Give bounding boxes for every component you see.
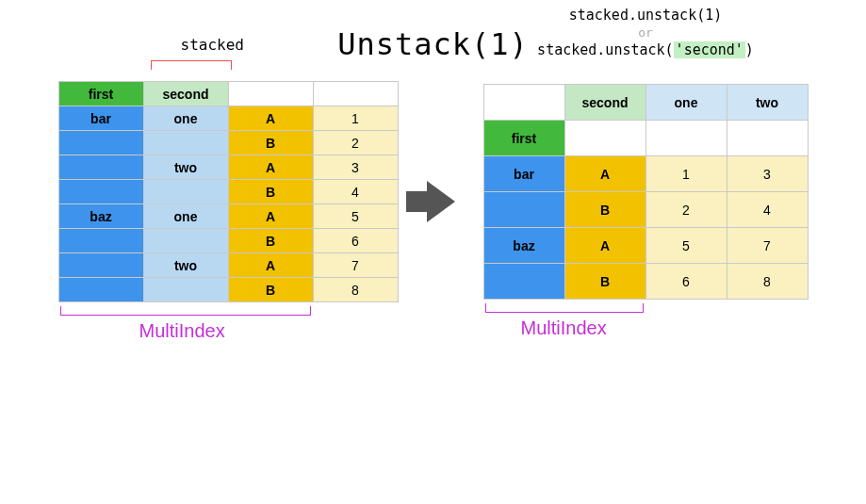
table-row: B 6 8 [483, 264, 808, 300]
idx-first [483, 264, 564, 300]
blank-header [228, 82, 313, 106]
idx-col: B [228, 229, 313, 253]
arrow-icon [427, 181, 455, 222]
cell-value: 8 [313, 278, 398, 302]
multiindex-label: MultiIndex [139, 320, 225, 342]
idx-first [58, 229, 143, 253]
idx-col: B [228, 131, 313, 155]
table-row: B 2 4 [483, 192, 808, 228]
idx-first: bar [58, 106, 143, 131]
idx-first [58, 131, 143, 155]
cell-value: 4 [313, 180, 398, 204]
output-table-block: stacked.unstack(1) or stacked.unstack('s… [483, 84, 809, 300]
input-table: first second bar one A 1 B 2 two A [58, 81, 399, 302]
multiindex-bracket [60, 306, 311, 316]
idx-first [483, 192, 564, 228]
code-line-1: stacked.unstack(1) [483, 7, 809, 24]
idx-col: A [228, 155, 313, 180]
multiindex-bracket [485, 303, 644, 313]
idx-first [58, 253, 143, 278]
idx-second [143, 229, 228, 253]
cell-value: 1 [313, 106, 398, 131]
output-table: second one two first bar A 1 3 B 2 4 [483, 84, 809, 300]
table-row: baz A 5 7 [483, 228, 808, 264]
idx-second: one [143, 204, 228, 229]
idx-second: one [143, 106, 228, 131]
table-row: B 8 [58, 278, 398, 302]
blank-header [727, 121, 808, 156]
code-line-2-post: ) [745, 41, 754, 58]
code-line-2-arg: 'second' [674, 41, 745, 58]
blank-header [313, 82, 398, 106]
multiindex-label: MultiIndex [521, 317, 607, 339]
idx-first: baz [58, 204, 143, 229]
idx-col: B [564, 264, 645, 300]
idx-col: B [228, 278, 313, 302]
code-line-2: stacked.unstack('second') [483, 41, 809, 58]
table-row: B 6 [58, 229, 398, 253]
second-header: second [143, 82, 228, 106]
col-one-header: one [645, 85, 727, 121]
blank-header [564, 121, 645, 156]
idx-first [58, 155, 143, 180]
first-header: first [483, 121, 564, 156]
idx-col: A [228, 204, 313, 229]
code-line-2-pre: stacked.unstack( [537, 41, 674, 58]
cell-value: 3 [727, 156, 808, 192]
first-header: first [58, 82, 143, 106]
idx-col: A [564, 156, 645, 192]
idx-second [143, 278, 228, 302]
stacked-label: stacked [181, 36, 244, 54]
table-row: bar A 1 3 [483, 156, 808, 192]
cell-value: 6 [313, 229, 398, 253]
table-row: baz one A 5 [58, 204, 398, 229]
idx-col: B [564, 192, 645, 228]
blank-header [483, 85, 564, 121]
table-header-row: second one two [483, 85, 808, 121]
idx-col: A [228, 253, 313, 278]
cell-value: 5 [645, 228, 727, 264]
cell-value: 6 [645, 264, 727, 300]
idx-second: two [143, 253, 228, 278]
cell-value: 2 [645, 192, 727, 228]
table-header-row: first [483, 121, 808, 156]
code-or: or [483, 25, 809, 40]
stacked-bracket [151, 60, 232, 70]
input-table-block: stacked first second bar one A 1 B 2 [58, 81, 399, 302]
idx-second [143, 131, 228, 155]
idx-first: bar [483, 156, 564, 192]
cell-value: 8 [727, 264, 808, 300]
col-two-header: two [727, 85, 808, 121]
cell-value: 7 [727, 228, 808, 264]
blank-header [645, 121, 727, 156]
table-row: B 4 [58, 180, 398, 204]
table-row: two A 3 [58, 155, 398, 180]
second-header: second [564, 85, 645, 121]
idx-first: baz [483, 228, 564, 264]
cell-value: 2 [313, 131, 398, 155]
table-row: two A 7 [58, 253, 398, 278]
idx-first [58, 180, 143, 204]
cell-value: 4 [727, 192, 808, 228]
cell-value: 5 [313, 204, 398, 229]
idx-col: A [564, 228, 645, 264]
table-row: bar one A 1 [58, 106, 398, 131]
idx-second: two [143, 155, 228, 180]
idx-second [143, 180, 228, 204]
table-row: B 2 [58, 131, 398, 155]
diagram-container: stacked first second bar one A 1 B 2 [0, 81, 866, 302]
cell-value: 1 [645, 156, 727, 192]
code-expression: stacked.unstack(1) or stacked.unstack('s… [483, 7, 809, 58]
cell-value: 7 [313, 253, 398, 278]
idx-first [58, 278, 143, 302]
idx-col: A [228, 106, 313, 131]
cell-value: 3 [313, 155, 398, 180]
table-header-row: first second [58, 82, 398, 106]
idx-col: B [228, 180, 313, 204]
